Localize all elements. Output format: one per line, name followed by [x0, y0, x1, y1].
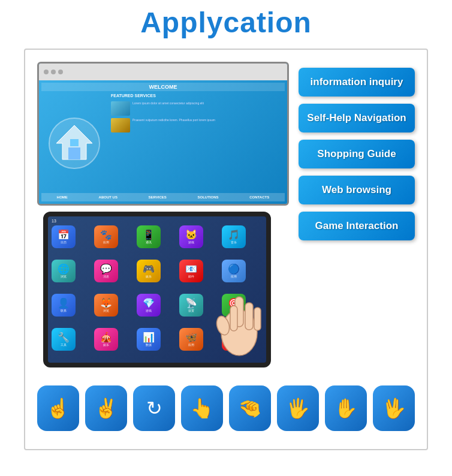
- feat-thumb-2: [111, 118, 130, 132]
- nav-services: SERVICES: [149, 195, 167, 199]
- app-icon[interactable]: 🔧工具: [52, 328, 76, 351]
- bottom-screen: 13 📅日历🐾应用📱通讯🐱游戏🎵音乐🌐浏览💬消息🎮娱乐📧邮件🔵应用👤联系🦊浏览💎…: [43, 212, 271, 367]
- featured-title: FEATURED SERVICES: [111, 94, 285, 98]
- svg-rect-7: [230, 306, 237, 331]
- swipe-gesture-icon[interactable]: 👆: [181, 385, 223, 431]
- content-row: WELCOME FEATURED SERVIC: [37, 62, 415, 367]
- shopping-guide-button[interactable]: Shopping Guide: [299, 140, 415, 168]
- double-tap-gesture-icon[interactable]: ✌: [85, 385, 127, 431]
- svg-rect-3: [70, 139, 79, 146]
- house-icon: [47, 116, 101, 170]
- nav-home: HOME: [57, 195, 68, 199]
- bottom-icons-row: ☝✌↻👆🤏🖐✋🖖: [37, 379, 415, 437]
- app-icon[interactable]: 🦊浏览: [94, 294, 118, 317]
- feat-item-2: Praesent vulputum redicthe lorem. Phasel…: [111, 118, 285, 132]
- buttons-column: information inquirySelf-Help NavigationS…: [299, 62, 415, 240]
- multi-swipe-gesture-icon[interactable]: ✋: [325, 385, 367, 431]
- app-icon[interactable]: 🦋应用: [179, 328, 203, 351]
- feat-text-1: Lorem ipsum dolor sit amet consectetur a…: [132, 101, 285, 106]
- screen-navbar: HOME ABOUT US SERVICES SOLUTIONS CONTACT…: [41, 193, 285, 201]
- screen-inner: WELCOME FEATURED SERVIC: [39, 80, 287, 204]
- rotate-gesture-icon[interactable]: ↻: [133, 385, 175, 431]
- info-inquiry-button[interactable]: information inquiry: [299, 68, 415, 97]
- app-icon[interactable]: 💬消息: [94, 260, 118, 282]
- app-icon[interactable]: 📊数据: [137, 328, 161, 351]
- house-icon-area: [41, 94, 107, 193]
- page-title: Applycation: [0, 0, 452, 49]
- app-icon[interactable]: 🐱游戏: [179, 225, 203, 248]
- app-icon[interactable]: 🎪娱乐: [94, 328, 118, 351]
- welcome-banner: WELCOME: [41, 83, 285, 91]
- feat-text-2: Praesent vulputum redicthe lorem. Phasel…: [132, 118, 285, 122]
- app-icon[interactable]: 🎵音乐: [222, 225, 246, 248]
- multi-touch-gesture-icon[interactable]: 🖖: [373, 385, 415, 431]
- game-interaction-button[interactable]: Game Interaction: [299, 212, 415, 240]
- tap-gesture-icon[interactable]: ☝: [37, 385, 79, 431]
- svg-rect-8: [254, 308, 261, 330]
- web-browsing-button[interactable]: Web browsing: [299, 176, 415, 204]
- feat-thumb-1: [111, 101, 130, 116]
- feat-item-1: Lorem ipsum dolor sit amet consectetur a…: [111, 101, 285, 116]
- hand-pointer-icon: [200, 279, 271, 357]
- app-icon[interactable]: 👤联系: [52, 294, 76, 317]
- nav-dot-3: [58, 70, 63, 74]
- pinch-gesture-icon[interactable]: 🤏: [229, 385, 271, 431]
- tablet-date: 13: [52, 219, 56, 223]
- app-icon[interactable]: 📧邮件: [179, 260, 203, 282]
- screens-column: WELCOME FEATURED SERVIC: [37, 62, 289, 367]
- app-icon[interactable]: 📅日历: [52, 225, 76, 248]
- spread-gesture-icon[interactable]: 🖐: [277, 385, 319, 431]
- svg-rect-6: [245, 303, 253, 330]
- app-icon[interactable]: 📡设置: [179, 294, 203, 317]
- nav-about: ABOUT US: [99, 195, 117, 199]
- app-icon[interactable]: 🎮娱乐: [137, 260, 161, 282]
- screen-content: FEATURED SERVICES Lorem ipsum dolor sit …: [41, 94, 285, 193]
- app-icon[interactable]: 🐾应用: [94, 225, 118, 248]
- nav-contacts: CONTACTS: [249, 195, 269, 199]
- app-icon[interactable]: 📱通讯: [137, 225, 161, 248]
- featured-area: FEATURED SERVICES Lorem ipsum dolor sit …: [111, 94, 285, 193]
- app-icon[interactable]: 💎游戏: [137, 294, 161, 317]
- main-container: WELCOME FEATURED SERVIC: [24, 49, 428, 450]
- svg-rect-2: [68, 147, 80, 159]
- self-help-nav-button[interactable]: Self-Help Navigation: [299, 104, 415, 132]
- app-icon[interactable]: 🌐浏览: [52, 260, 76, 282]
- nav-dot-2: [51, 70, 56, 74]
- tablet-topbar: 13: [52, 219, 263, 223]
- top-screen: WELCOME FEATURED SERVIC: [37, 62, 289, 206]
- nav-dot-1: [44, 70, 49, 74]
- nav-solutions: SOLUTIONS: [198, 195, 219, 199]
- browser-nav: [39, 64, 287, 80]
